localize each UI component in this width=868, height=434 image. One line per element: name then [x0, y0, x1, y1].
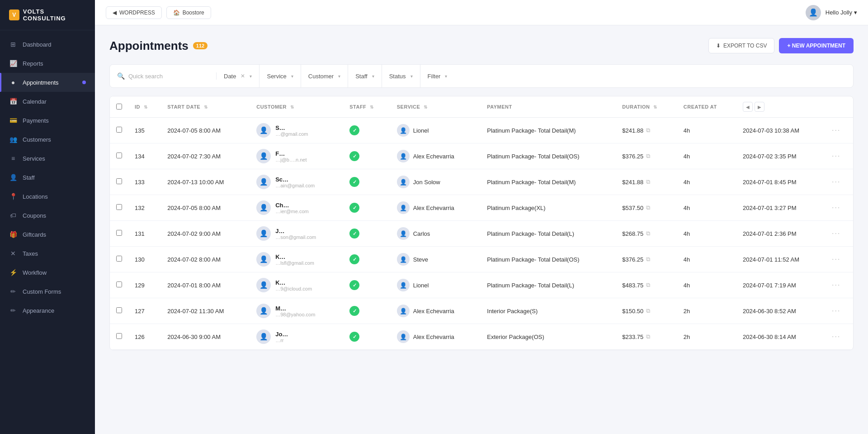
row-actions-button[interactable]: ··· [832, 333, 840, 340]
row-actions-button[interactable]: ··· [832, 281, 840, 289]
staff-name: Alex Echevarria [413, 153, 454, 160]
topbar-right: 👤 Hello Jolly ▾ [806, 5, 857, 20]
wordpress-button[interactable]: ◀ WORDPRESS [106, 6, 162, 19]
sidebar-item-giftcards[interactable]: 🎁 Giftcards [0, 225, 95, 244]
staff-name: Lionel [413, 127, 429, 134]
copy-icon[interactable]: ⧉ [646, 178, 650, 186]
sidebar-item-locations[interactable]: 📍 Locations [0, 187, 95, 206]
copy-icon[interactable]: ⧉ [646, 333, 650, 340]
row-checkbox[interactable] [116, 153, 122, 158]
page-title: Appointments [109, 39, 189, 53]
customer-filter[interactable]: Customer ▾ [301, 65, 348, 87]
row-payment: $233.75 ⧉ [616, 324, 677, 350]
row-checkbox[interactable] [116, 178, 122, 184]
active-indicator [82, 81, 86, 84]
next-page-button[interactable]: ▶ [755, 102, 764, 112]
customer-avatar: 👤 [256, 149, 271, 163]
coupons-icon: 🏷 [9, 211, 17, 219]
row-id: 130 [128, 247, 161, 272]
row-checkbox[interactable] [116, 127, 122, 133]
staff-name: Alex Echevarria [413, 205, 454, 211]
row-checkbox-cell [110, 298, 128, 324]
row-start-date: 2024-06-30 9:00 AM [161, 324, 250, 350]
sidebar-item-appointments[interactable]: ● Appointments [0, 73, 95, 92]
copy-icon[interactable]: ⧉ [646, 281, 650, 289]
row-actions-button[interactable]: ··· [832, 204, 840, 211]
payment-amount: $233.75 [622, 334, 643, 340]
status-filter[interactable]: Status ▾ [382, 65, 420, 87]
row-checkbox[interactable] [116, 230, 122, 236]
row-actions-button[interactable]: ··· [832, 178, 840, 186]
row-actions-button[interactable]: ··· [832, 255, 840, 263]
sidebar-item-appearance[interactable]: ✏ Appearance [0, 301, 95, 320]
staff-avatar: 👤 [397, 124, 410, 137]
sidebar-item-payments[interactable]: 💳 Payments [0, 111, 95, 130]
row-id: 134 [128, 143, 161, 169]
copy-icon[interactable]: ⧉ [646, 230, 650, 237]
row-start-date: 2024-07-13 10:00 AM [161, 169, 250, 195]
copy-icon[interactable]: ⧉ [646, 307, 650, 315]
row-actions-button[interactable]: ··· [832, 126, 840, 134]
status-check-icon: ✓ [349, 254, 359, 264]
customer-email: …ier@me.com [275, 209, 309, 214]
sidebar-item-workflow[interactable]: ⚡ Workflow [0, 263, 95, 282]
sidebar-item-custom-forms[interactable]: ✏ Custom Forms [0, 282, 95, 301]
sidebar-item-dashboard[interactable]: ⊞ Dashboard [0, 35, 95, 54]
copy-icon[interactable]: ⧉ [646, 153, 650, 160]
filter-dropdown[interactable]: Filter ▾ [420, 65, 455, 87]
row-actions-button[interactable]: ··· [832, 152, 840, 160]
row-actions-button[interactable]: ··· [832, 307, 840, 315]
sidebar-item-staff[interactable]: 👤 Staff [0, 168, 95, 187]
row-start-date: 2024-07-02 9:00 AM [161, 221, 250, 247]
staff-avatar: 👤 [397, 227, 410, 240]
select-all-checkbox[interactable] [116, 104, 122, 110]
staff-name: Steve [413, 256, 428, 263]
user-greeting[interactable]: Hello Jolly ▾ [826, 9, 857, 16]
appearance-icon: ✏ [9, 306, 17, 315]
row-duration: 2h [677, 298, 736, 324]
sidebar-item-taxes[interactable]: ✕ Taxes [0, 244, 95, 263]
customer-chevron-icon: ▾ [338, 74, 340, 79]
date-filter[interactable]: Date ✕ ▾ [217, 65, 259, 87]
sidebar-item-coupons[interactable]: 🏷 Coupons [0, 206, 95, 225]
customer-avatar: 👤 [256, 175, 271, 189]
service-filter[interactable]: Service ▾ [259, 65, 301, 87]
status-chevron-icon: ▾ [410, 74, 413, 79]
row-checkbox-cell [110, 118, 128, 143]
row-checkbox-cell [110, 221, 128, 247]
row-actions-button[interactable]: ··· [832, 229, 840, 237]
row-checkbox[interactable] [116, 333, 122, 339]
prev-page-button[interactable]: ◀ [743, 102, 753, 112]
row-checkbox[interactable] [116, 307, 122, 313]
row-checkbox[interactable] [116, 256, 122, 262]
copy-icon[interactable]: ⧉ [646, 204, 650, 211]
copy-icon[interactable]: ⧉ [646, 127, 650, 134]
header-actions: ⬇ EXPORT TO CSV + NEW APPOINTMENT [708, 38, 854, 53]
export-csv-button[interactable]: ⬇ EXPORT TO CSV [708, 38, 774, 53]
new-appointment-button[interactable]: + NEW APPOINTMENT [779, 38, 854, 53]
sidebar-item-customers[interactable]: 👥 Customers [0, 130, 95, 149]
row-customer: 👤 Sc… …ain@gmail.com [250, 169, 343, 195]
status-check-icon: ✓ [349, 177, 359, 187]
sidebar-item-calendar[interactable]: 📅 Calendar [0, 92, 95, 111]
row-service: Platinum Package- Total Detail(L) [481, 272, 616, 298]
table-row: 132 2024-07-05 8:00 AM 👤 Ch… …ier@me.com… [110, 195, 853, 221]
chevron-down-icon: ▾ [854, 9, 857, 16]
row-checkbox-cell [110, 272, 128, 298]
staff-filter[interactable]: Staff ▾ [348, 65, 382, 87]
row-checkbox[interactable] [116, 281, 122, 287]
row-customer: 👤 J… …son@gmail.com [250, 221, 343, 247]
row-checkbox[interactable] [116, 204, 122, 210]
row-checkbox-cell [110, 169, 128, 195]
payment-amount: $241.88 [622, 179, 643, 186]
sidebar: V VOLTS CONSULTING ⊞ Dashboard 📈 Reports… [0, 0, 95, 434]
date-clear-icon[interactable]: ✕ [241, 73, 245, 79]
row-duration: 4h [677, 221, 736, 247]
sidebar-item-reports[interactable]: 📈 Reports [0, 54, 95, 73]
boostore-button[interactable]: 🏠 Boostore [166, 6, 211, 19]
sidebar-item-services[interactable]: ≡ Services [0, 149, 95, 168]
copy-icon[interactable]: ⧉ [646, 256, 650, 263]
sidebar-item-label: Appointments [23, 79, 59, 86]
customer-name: F… [275, 150, 307, 157]
search-input[interactable] [128, 73, 201, 80]
